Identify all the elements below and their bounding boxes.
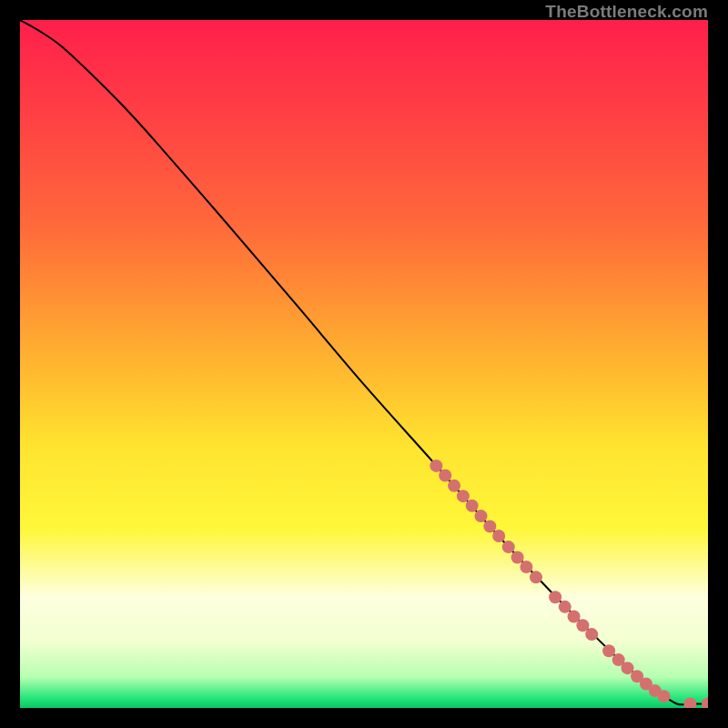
scatter-dot <box>457 490 470 502</box>
scatter-dot <box>502 541 515 553</box>
scatter-dot <box>658 690 671 703</box>
watermark-text: TheBottleneck.com <box>545 2 708 22</box>
scatter-dot <box>511 551 524 563</box>
plot-area <box>20 20 708 708</box>
scatter-dot <box>520 561 532 573</box>
scatter-dot <box>439 469 451 481</box>
scatter-dot <box>466 500 479 512</box>
scatter-dot <box>448 480 460 492</box>
scatter-dot <box>430 460 442 472</box>
scatter-dot <box>530 571 542 583</box>
scatter-dot <box>559 601 571 613</box>
gradient-background <box>20 20 708 708</box>
chart-svg <box>20 20 708 708</box>
chart-stage: TheBottleneck.com <box>0 0 728 728</box>
scatter-dot <box>483 520 496 532</box>
scatter-dot <box>602 644 615 657</box>
scatter-dot <box>549 591 561 603</box>
scatter-dot <box>622 662 634 674</box>
scatter-dot <box>585 628 598 641</box>
scatter-dot <box>492 530 505 542</box>
scatter-dot <box>475 510 488 522</box>
